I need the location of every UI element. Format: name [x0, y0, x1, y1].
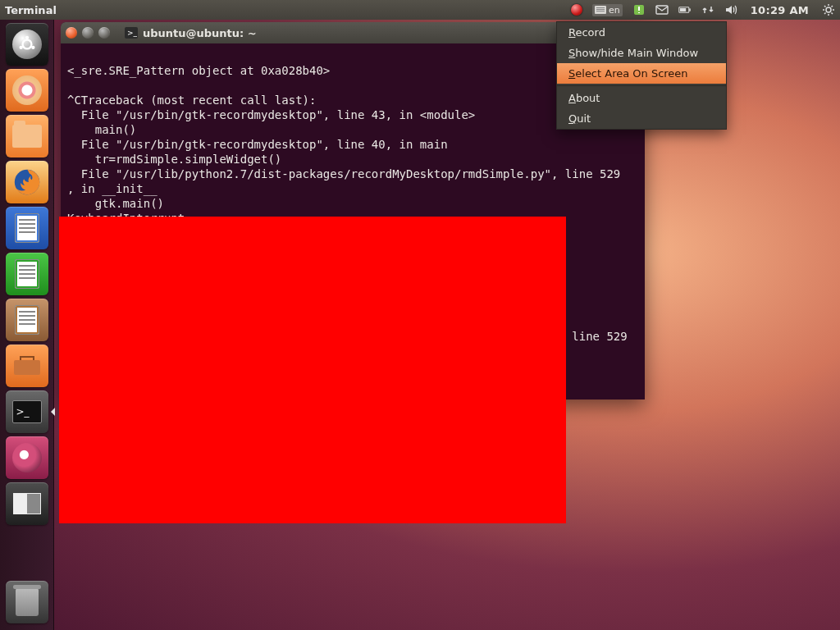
- clock[interactable]: 10:29 AM: [742, 0, 817, 20]
- svg-rect-3: [689, 8, 691, 11]
- terminal-icon: >_: [12, 400, 42, 423]
- launcher-recordmydesktop[interactable]: [6, 436, 48, 479]
- launcher-terminal[interactable]: >_: [6, 390, 48, 433]
- calc-icon: [15, 259, 39, 289]
- svg-line-13: [832, 6, 833, 7]
- messages-indicator[interactable]: [651, 0, 673, 20]
- unity-launcher: >_: [0, 20, 54, 630]
- menu-item-0[interactable]: Record: [557, 22, 726, 43]
- active-app-title: Terminal: [0, 4, 57, 16]
- keyboard-icon: [595, 6, 606, 14]
- launcher-writer[interactable]: [6, 207, 48, 249]
- volume-icon: [724, 3, 737, 16]
- window-close-button[interactable]: [66, 27, 77, 39]
- folder-icon: [12, 125, 42, 148]
- record-indicator-menu: RecordShow/hide Main WindowSelect Area O…: [556, 21, 727, 130]
- record-indicator[interactable]: [566, 0, 587, 20]
- gear-icon: [822, 3, 835, 16]
- menu-item-5[interactable]: Quit: [557, 108, 726, 129]
- top-panel: Terminal en 10:29 AM: [0, 0, 840, 20]
- recordmydesktop-icon: [12, 443, 42, 472]
- launcher-calc[interactable]: [6, 253, 48, 295]
- launcher-firefox[interactable]: [6, 161, 48, 203]
- keyboard-indicator[interactable]: en: [587, 0, 628, 20]
- trash-icon: [16, 588, 39, 616]
- svg-point-17: [31, 46, 34, 49]
- svg-line-11: [832, 13, 833, 15]
- svg-rect-19: [14, 360, 40, 375]
- launcher-workspaces[interactable]: [6, 482, 48, 525]
- firefox-icon: [11, 167, 43, 198]
- software-center-icon: [12, 354, 42, 378]
- launcher-impress[interactable]: [6, 299, 48, 341]
- workspaces-icon: [13, 493, 41, 514]
- svg-rect-4: [680, 8, 686, 11]
- launcher-software[interactable]: [6, 345, 48, 387]
- installer-icon: [12, 75, 42, 105]
- svg-point-14: [22, 40, 31, 49]
- terminal-titlebar-icon: >_: [125, 27, 138, 39]
- svg-rect-1: [656, 6, 668, 14]
- launcher-dash[interactable]: [6, 23, 48, 66]
- svg-point-16: [19, 46, 22, 49]
- network-icon: [701, 3, 714, 16]
- svg-line-10: [824, 6, 826, 7]
- keyboard-lang: en: [609, 5, 620, 16]
- svg-line-12: [824, 13, 826, 15]
- terminal-title: ubuntu@ubuntu: ~: [143, 27, 257, 39]
- svg-point-5: [826, 7, 831, 12]
- svg-text:>_: >_: [127, 29, 138, 37]
- impress-icon: [15, 305, 39, 335]
- battery-indicator[interactable]: [673, 0, 696, 20]
- writer-icon: [15, 213, 39, 243]
- launcher-trash[interactable]: [6, 581, 48, 623]
- menu-separator: [557, 85, 726, 86]
- svg-point-15: [25, 36, 28, 39]
- window-minimize-button[interactable]: [82, 27, 94, 39]
- window-maximize-button[interactable]: [98, 27, 110, 39]
- launcher-installer[interactable]: [6, 69, 48, 112]
- update-indicator[interactable]: [628, 0, 651, 20]
- session-indicator[interactable]: [817, 0, 840, 20]
- launcher-files[interactable]: [6, 115, 48, 158]
- menu-item-4[interactable]: About: [557, 88, 726, 108]
- menu-item-1[interactable]: Show/hide Main Window: [557, 43, 726, 63]
- sound-indicator[interactable]: [719, 0, 742, 20]
- battery-icon: [678, 3, 692, 16]
- menu-item-2[interactable]: Select Area On Screen: [557, 63, 726, 84]
- ubuntu-logo-icon: [12, 30, 42, 59]
- update-icon: [632, 3, 646, 16]
- record-icon: [571, 4, 582, 16]
- envelope-icon: [655, 3, 669, 16]
- network-indicator[interactable]: [696, 0, 719, 20]
- selection-area-overlay[interactable]: [59, 217, 566, 523]
